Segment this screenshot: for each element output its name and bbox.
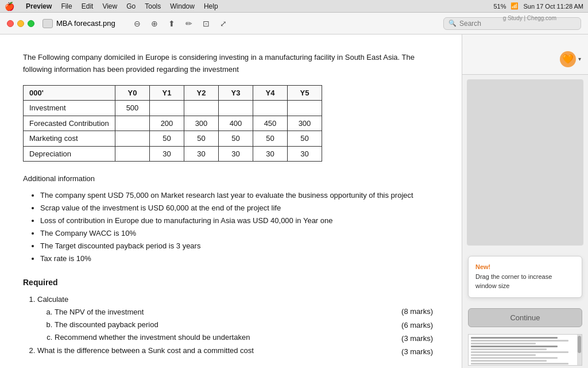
menu-tools[interactable]: Tools	[145, 2, 161, 10]
apple-icon[interactable]: 🍎	[5, 2, 14, 11]
fullscreen-button[interactable]: ⤢	[215, 17, 231, 30]
doc-intro: The Following company domiciled in Europ…	[23, 52, 439, 76]
toolbar-buttons: ⊖ ⊕ ⬆ ✏ ⊡ ⤢	[129, 17, 231, 30]
required-list: Calculate The NPV of the investment The …	[37, 293, 401, 356]
row-investment-y3	[219, 101, 253, 116]
row-marketing-label: Marketing cost	[24, 131, 115, 147]
continue-button[interactable]: Continue	[468, 308, 582, 327]
window-title-area: MBA forecast.png	[42, 19, 115, 28]
row-depreciation-y4: 30	[253, 146, 288, 162]
row-contribution-y4: 450	[253, 116, 288, 131]
required-section: Required Calculate The NPV of the invest…	[23, 277, 439, 359]
row-depreciation-y2: 30	[184, 146, 219, 162]
new-badge: New!	[475, 263, 575, 270]
sidebar-button[interactable]: ⊡	[198, 17, 214, 30]
list-item: What is the difference between a Sunk co…	[37, 344, 401, 357]
panel-content-area	[467, 79, 583, 246]
window-toolbar: MBA forecast.png ⊖ ⊕ ⬆ ✏ ⊡ ⤢ 🔍	[0, 13, 588, 34]
sidebar-toggle-button[interactable]	[42, 19, 53, 28]
required-item-1-text: Calculate	[37, 295, 68, 304]
user-avatar[interactable]: 🧡	[560, 51, 576, 67]
bullet-list: The company spent USD 75,000 on Market r…	[40, 189, 439, 266]
menu-window[interactable]: Window	[170, 2, 195, 10]
row-marketing-y1: 50	[150, 131, 184, 147]
wifi-icon: 📶	[510, 2, 519, 10]
zoom-in-button[interactable]: ⊕	[146, 17, 163, 30]
required-item-2-text: What is the difference between a Sunk co…	[37, 346, 254, 355]
clock: Sun 17 Oct 11:28 AM	[523, 3, 583, 10]
table-row: Depreciation 30 30 30 30 30	[24, 146, 322, 162]
list-item: Scrap value of the investment is USD 60,…	[40, 202, 439, 214]
marks-item-1b: (6 marks)	[401, 319, 433, 332]
additional-info-title: Additional information	[23, 173, 439, 185]
table-row: Forecasted Contribution 200 300 400 450 …	[24, 116, 322, 131]
list-item: Tax rate is 10%	[40, 252, 439, 265]
list-item: Recommend whether the investment should …	[55, 331, 401, 344]
scrollbar[interactable]	[577, 335, 582, 365]
row-investment-y5	[288, 101, 322, 116]
tooltip-box: New! Drag the corner to increase window …	[468, 256, 582, 298]
row-investment-label: Investment	[24, 101, 115, 116]
markup-button[interactable]: ✏	[181, 17, 197, 30]
row-contribution-y0	[115, 116, 150, 131]
right-panel: g Study | Chegg.com 🧡 ▾ New! Drag the co…	[462, 34, 588, 368]
marks-item-2: (3 marks)	[401, 345, 433, 358]
row-depreciation-y5: 30	[288, 146, 322, 162]
marks-item-1a: (8 marks)	[401, 305, 433, 318]
close-button[interactable]	[7, 20, 14, 27]
menu-right: 51% 📶 Sun 17 Oct 11:28 AM	[493, 2, 583, 10]
share-button[interactable]: ⬆	[164, 17, 180, 30]
row-contribution-y1: 200	[150, 116, 184, 131]
row-investment-y1	[150, 101, 184, 116]
col-header-y5: Y5	[288, 85, 322, 101]
row-marketing-y0	[115, 131, 150, 147]
list-item: Loss of contribution in Europe due to ma…	[40, 214, 439, 227]
row-marketing-y4: 50	[253, 131, 288, 147]
row-investment-y4	[253, 101, 288, 116]
marks-item-1c: (3 marks)	[401, 332, 433, 345]
row-investment-y0: 500	[115, 101, 150, 116]
app-name: Preview	[26, 2, 52, 10]
col-header-y4: Y4	[253, 85, 288, 101]
list-item: The discounted payback period	[55, 319, 401, 331]
menu-go[interactable]: Go	[126, 2, 136, 10]
window-title: MBA forecast.png	[56, 19, 115, 28]
scrollbar-thumb	[578, 336, 581, 353]
minimize-button[interactable]	[17, 20, 24, 27]
row-depreciation-label: Depreciation	[24, 146, 115, 162]
row-depreciation-y3: 30	[219, 146, 253, 162]
list-item: The NPV of the investment	[55, 306, 401, 319]
menu-edit[interactable]: Edit	[82, 2, 94, 10]
menu-file[interactable]: File	[61, 2, 72, 10]
col-header-y1: Y1	[150, 85, 184, 101]
menu-bar: 🍎 Preview File Edit View Go Tools Window…	[0, 0, 588, 13]
menu-help[interactable]: Help	[204, 2, 218, 10]
maximize-button[interactable]	[28, 20, 34, 27]
chevron-down-icon[interactable]: ▾	[578, 56, 581, 62]
row-marketing-y5: 50	[288, 131, 322, 147]
tooltip-message: Drag the corner to increase window size	[475, 273, 575, 290]
sub-list: The NPV of the investment The discounted…	[55, 306, 401, 344]
list-item: The company spent USD 75,000 on Market r…	[40, 189, 439, 202]
list-item: The Target discounted payback period is …	[40, 240, 439, 252]
col-header-label: 000'	[24, 85, 115, 101]
row-contribution-y2: 300	[184, 116, 219, 131]
col-header-y2: Y2	[184, 85, 219, 101]
financial-table: 000' Y0 Y1 Y2 Y3 Y4 Y5 Investment 500	[23, 85, 322, 162]
main-area: The Following company domiciled in Europ…	[0, 34, 588, 368]
row-depreciation-y1: 30	[150, 146, 184, 162]
required-title: Required	[23, 277, 439, 289]
right-panel-top: g Study | Chegg.com 🧡 ▾	[462, 34, 588, 75]
row-contribution-label: Forecasted Contribution	[24, 116, 115, 131]
traffic-lights	[7, 20, 34, 27]
menu-view[interactable]: View	[102, 2, 117, 10]
row-marketing-y3: 50	[219, 131, 253, 147]
row-contribution-y5: 300	[288, 116, 322, 131]
search-icon: 🔍	[448, 20, 457, 27]
zoom-out-button[interactable]: ⊖	[129, 17, 145, 30]
list-item: The Company WACC is 10%	[40, 227, 439, 240]
row-contribution-y3: 400	[219, 116, 253, 131]
document-viewer: The Following company domiciled in Europ…	[0, 34, 462, 368]
table-row: Investment 500	[24, 101, 322, 116]
row-marketing-y2: 50	[184, 131, 219, 147]
